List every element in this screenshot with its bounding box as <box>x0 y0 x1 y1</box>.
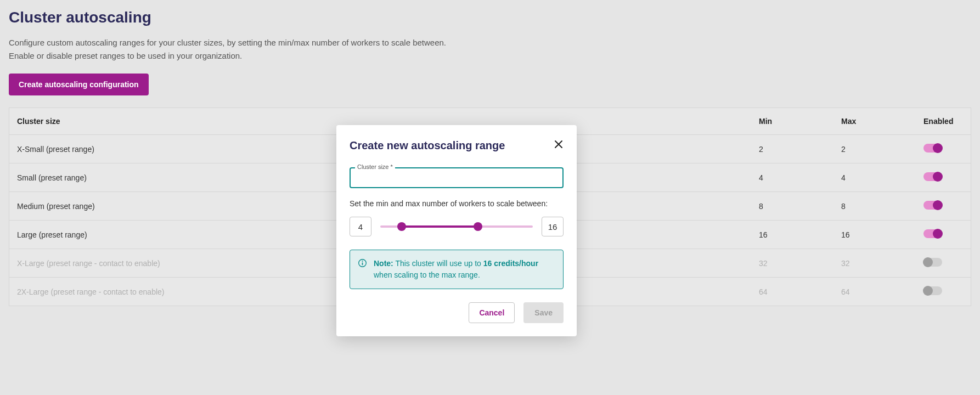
cell-max: 4 <box>833 163 916 192</box>
create-range-modal: Create new autoscaling range Cluster siz… <box>336 125 577 336</box>
cluster-size-input[interactable] <box>350 167 564 188</box>
info-icon <box>358 258 367 281</box>
note-label: Note: <box>374 259 393 268</box>
toggle-knob <box>933 172 943 182</box>
col-header-enabled: Enabled <box>916 108 971 135</box>
cell-enabled <box>916 221 971 249</box>
cell-max: 64 <box>833 278 916 306</box>
cell-enabled <box>916 135 971 163</box>
cancel-button[interactable]: Cancel <box>469 302 515 323</box>
slider-thumb-max[interactable] <box>474 222 482 231</box>
col-header-max: Max <box>833 108 916 135</box>
col-header-min: Min <box>751 108 833 135</box>
cell-min: 2 <box>751 135 833 163</box>
enabled-toggle[interactable] <box>923 201 942 210</box>
range-slider[interactable] <box>380 221 533 232</box>
slider-fill <box>402 225 478 228</box>
svg-point-1 <box>362 261 363 262</box>
page-desc-line1: Configure custom autoscaling ranges for … <box>9 36 971 49</box>
note-text: Note: This cluster will use up to 16 cre… <box>374 258 555 281</box>
page-desc-line2: Enable or disable preset ranges to be us… <box>9 49 971 63</box>
cell-max: 2 <box>833 135 916 163</box>
modal-title: Create new autoscaling range <box>350 139 505 152</box>
cell-enabled <box>916 192 971 221</box>
cell-enabled <box>916 249 971 278</box>
cell-min: 64 <box>751 278 833 306</box>
note-credits: 16 credits/hour <box>483 259 538 268</box>
toggle-knob <box>933 229 943 239</box>
cluster-size-label: Cluster size * <box>355 163 395 170</box>
cell-enabled <box>916 278 971 306</box>
enabled-toggle[interactable] <box>923 229 942 238</box>
cell-min: 8 <box>751 192 833 221</box>
cell-enabled <box>916 163 971 192</box>
note-before: This cluster will use up to <box>395 259 483 268</box>
slider-thumb-min[interactable] <box>397 222 406 231</box>
cell-max: 8 <box>833 192 916 221</box>
max-value-box[interactable]: 16 <box>542 217 564 236</box>
cell-max: 32 <box>833 249 916 278</box>
enabled-toggle[interactable] <box>923 286 942 295</box>
enabled-toggle[interactable] <box>923 144 942 153</box>
close-icon[interactable] <box>554 139 564 149</box>
cell-min: 32 <box>751 249 833 278</box>
toggle-knob <box>933 200 943 210</box>
cell-max: 16 <box>833 221 916 249</box>
save-button[interactable]: Save <box>523 302 564 323</box>
note-after: when scaling to the max range. <box>374 270 480 279</box>
svg-rect-2 <box>362 262 363 265</box>
toggle-knob <box>923 286 933 296</box>
toggle-knob <box>923 257 933 267</box>
set-range-label: Set the min and max number of workers to… <box>350 199 564 208</box>
create-autoscaling-button[interactable]: Create autoscaling configuration <box>9 74 149 95</box>
enabled-toggle[interactable] <box>923 258 942 267</box>
cell-min: 4 <box>751 163 833 192</box>
toggle-knob <box>933 143 943 153</box>
min-value-box[interactable]: 4 <box>350 217 371 236</box>
enabled-toggle[interactable] <box>923 172 942 181</box>
page-title: Cluster autoscaling <box>9 9 971 26</box>
page-description: Configure custom autoscaling ranges for … <box>9 36 971 63</box>
note-box: Note: This cluster will use up to 16 cre… <box>350 250 564 289</box>
cell-min: 16 <box>751 221 833 249</box>
